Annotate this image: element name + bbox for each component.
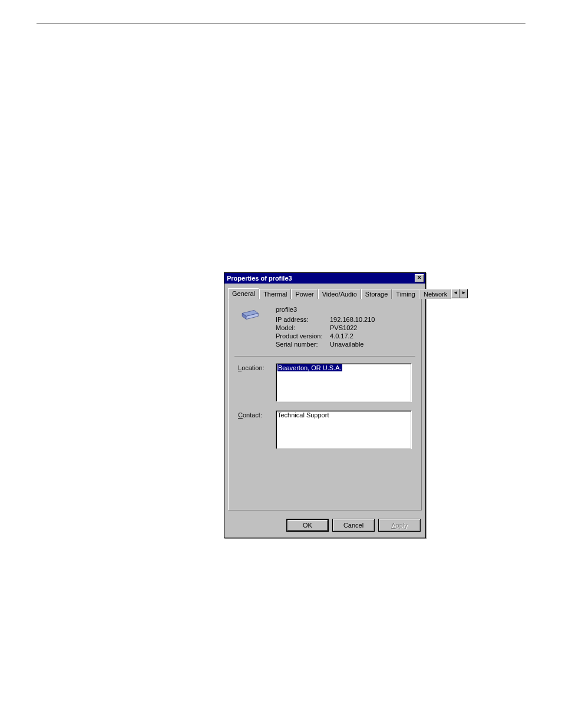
model-label: Model: bbox=[276, 324, 330, 331]
contact-input[interactable]: Technical Support bbox=[276, 410, 412, 449]
contact-label: Contact: bbox=[234, 410, 276, 449]
location-label: Location: bbox=[234, 363, 276, 402]
device-icon bbox=[239, 308, 259, 321]
tab-general[interactable]: General bbox=[228, 288, 259, 299]
properties-dialog: Properties of profile3 ✕ General Thermal… bbox=[224, 272, 426, 538]
device-info-grid: profile3 IP address: 192.168.10.210 Mode… bbox=[276, 306, 375, 348]
tab-scroll-left[interactable]: ◄ bbox=[451, 289, 459, 298]
tab-scroll-right[interactable]: ► bbox=[459, 289, 468, 298]
titlebar[interactable]: Properties of profile3 ✕ bbox=[224, 273, 425, 284]
tab-video-audio[interactable]: Video/Audio bbox=[318, 289, 361, 299]
close-icon: ✕ bbox=[417, 275, 422, 281]
separator bbox=[234, 356, 415, 357]
ip-address-value: 192.168.10.210 bbox=[330, 316, 375, 323]
tab-storage[interactable]: Storage bbox=[361, 289, 392, 299]
ip-address-label: IP address: bbox=[276, 316, 330, 323]
tab-network[interactable]: Network bbox=[419, 289, 451, 299]
chevron-right-icon: ► bbox=[461, 290, 466, 295]
close-button[interactable]: ✕ bbox=[415, 274, 424, 282]
tab-panel-general: profile3 IP address: 192.168.10.210 Mode… bbox=[228, 298, 422, 510]
location-value: Beaverton, OR U.S.A. bbox=[277, 364, 342, 371]
dialog-title: Properties of profile3 bbox=[227, 274, 292, 282]
product-version-value: 4.0.17.2 bbox=[330, 332, 375, 340]
tab-power[interactable]: Power bbox=[291, 289, 318, 299]
apply-button[interactable]: Apply bbox=[378, 519, 421, 532]
dialog-button-row: OK Cancel Apply bbox=[224, 514, 425, 538]
tab-timing[interactable]: Timing bbox=[392, 289, 419, 299]
contact-row: Contact: Technical Support bbox=[234, 410, 415, 449]
cancel-button[interactable]: Cancel bbox=[332, 519, 375, 532]
model-value: PVS1022 bbox=[330, 324, 375, 331]
horizontal-rule bbox=[37, 24, 525, 24]
serial-number-value: Unavailable bbox=[330, 341, 375, 348]
location-row: Location: Beaverton, OR U.S.A. bbox=[234, 363, 415, 402]
contact-value: Technical Support bbox=[277, 411, 329, 419]
tab-scroll: ◄ ► bbox=[451, 289, 468, 298]
ok-button[interactable]: OK bbox=[286, 519, 329, 532]
device-name: profile3 bbox=[276, 306, 375, 313]
tab-strip: General Thermal Power Video/Audio Storag… bbox=[228, 287, 422, 298]
tab-thermal[interactable]: Thermal bbox=[259, 289, 291, 299]
dialog-client-area: General Thermal Power Video/Audio Storag… bbox=[224, 284, 425, 514]
serial-number-label: Serial number: bbox=[276, 341, 330, 348]
chevron-left-icon: ◄ bbox=[453, 290, 458, 295]
location-input[interactable]: Beaverton, OR U.S.A. bbox=[276, 363, 412, 402]
product-version-label: Product version: bbox=[276, 332, 330, 340]
device-summary: profile3 IP address: 192.168.10.210 Mode… bbox=[234, 306, 415, 348]
device-icon-cell bbox=[234, 306, 276, 348]
